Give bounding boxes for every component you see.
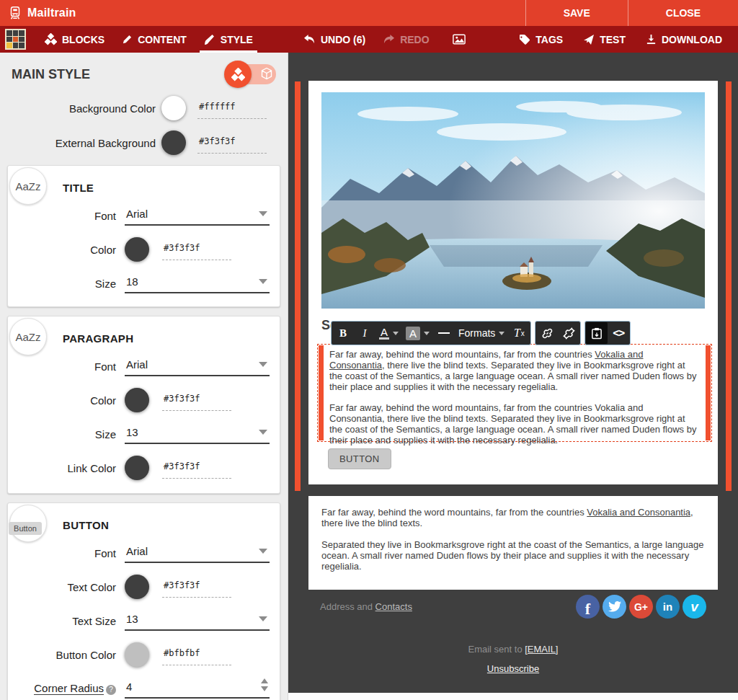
chevron-down-icon: [259, 211, 267, 216]
paste-button[interactable]: [586, 322, 608, 344]
close-button[interactable]: CLOSE: [628, 0, 738, 26]
tag-icon: [519, 34, 530, 45]
linkedin-icon[interactable]: in: [656, 595, 680, 619]
external-background-row: External Background #3f3f3f: [0, 130, 288, 155]
paragraph-badge: AaZz: [9, 318, 47, 355]
social-icons: f G+ in v: [576, 595, 706, 619]
tab-blocks[interactable]: BLOCKS: [36, 26, 113, 53]
cube-icon: [260, 67, 273, 83]
redo-label: REDO: [400, 34, 429, 45]
background-color-value[interactable]: #ffffff: [199, 102, 236, 112]
button-font-select[interactable]: Arial: [125, 543, 270, 563]
email-token-link[interactable]: [EMAIL]: [525, 644, 558, 655]
title-badge: AaZz: [9, 167, 47, 205]
paragraph-style-card: AaZz PARAGRAPH Font Arial Color #3f3f3f …: [7, 316, 280, 494]
paragraph-1[interactable]: Far far away, behind the word mountains,…: [321, 507, 705, 528]
link-button[interactable]: [536, 322, 558, 344]
background-color-row: Background Color #ffffff: [0, 96, 288, 120]
title-size-select[interactable]: 18: [125, 273, 270, 293]
button-color-label: Button Color: [18, 649, 125, 661]
tags-button[interactable]: TAGS: [509, 26, 573, 53]
button-text-color-swatch[interactable]: [125, 575, 149, 599]
unlink-button[interactable]: [558, 322, 579, 344]
undo-icon: [303, 34, 316, 45]
corner-radius-label[interactable]: Corner Radius?: [18, 682, 125, 694]
style-scope-toggle[interactable]: [224, 63, 276, 86]
email-button[interactable]: BUTTON: [328, 448, 391, 469]
unsubscribe-link[interactable]: Unsubscribe: [487, 663, 539, 674]
facebook-icon[interactable]: f: [576, 595, 600, 619]
button-text-size-select[interactable]: 13: [125, 611, 270, 631]
paragraph-link-color-swatch[interactable]: [125, 456, 149, 480]
paragraph-color-swatch[interactable]: [125, 388, 149, 412]
external-background-label: External Background: [0, 137, 161, 149]
formats-dropdown[interactable]: Formats: [455, 322, 508, 344]
text-editor-toolbar: B I A A Formats Tx: [331, 321, 631, 345]
horizontal-rule-button[interactable]: [433, 322, 455, 344]
undo-button[interactable]: UNDO (6): [295, 26, 374, 53]
preview-bottom-scroll-strip[interactable]: [288, 693, 738, 700]
source-code-button[interactable]: <>: [608, 322, 629, 344]
redo-button[interactable]: REDO: [374, 26, 437, 53]
background-color-swatch[interactable]: [161, 96, 186, 120]
clear-formatting-button[interactable]: Tx: [508, 322, 530, 344]
google-plus-icon[interactable]: G+: [629, 595, 653, 619]
button-color-swatch[interactable]: [125, 642, 149, 667]
mailtrain-brand[interactable]: Mailtrain: [0, 5, 76, 21]
download-icon: [646, 34, 657, 45]
paragraph-1[interactable]: Far far away, behind the word mountains,…: [329, 349, 700, 392]
pencil-icon: [122, 34, 133, 45]
undo-label: UNDO (6): [321, 34, 365, 45]
download-label: DOWNLOAD: [662, 34, 722, 45]
download-button[interactable]: DOWNLOAD: [636, 26, 732, 53]
test-label: TEST: [600, 34, 626, 45]
save-button[interactable]: SAVE: [525, 0, 628, 26]
paragraph-link-color-value[interactable]: #3f3f3f: [164, 461, 200, 471]
email-main-block[interactable]: Se B I A A Formats Tx: [308, 81, 718, 484]
corner-radius-input[interactable]: 4: [125, 678, 270, 699]
email-preview-area: Se B I A A Formats Tx: [288, 53, 738, 700]
background-color-label: Background Color: [0, 102, 161, 115]
title-color-swatch[interactable]: [125, 237, 149, 262]
email-text-block[interactable]: Far far away, behind the word mountains,…: [308, 496, 718, 590]
title-font-label: Font: [18, 210, 125, 222]
paragraph-link-color-label: Link Color: [18, 462, 125, 474]
paragraph-2[interactable]: Far far away, behind the word mountains,…: [329, 402, 700, 446]
text-link[interactable]: Vokalia and Consonantia: [587, 507, 690, 518]
mosaico-logo: [5, 29, 26, 50]
title-color-label: Color: [18, 244, 125, 256]
paragraph-color-label: Color: [18, 394, 125, 407]
test-button[interactable]: TEST: [573, 26, 636, 53]
background-color-button[interactable]: A: [402, 322, 433, 344]
button-text-color-value[interactable]: #3f3f3f: [164, 580, 200, 590]
title-color-value[interactable]: #3f3f3f: [164, 243, 200, 253]
chevron-down-icon: [499, 332, 504, 335]
text-color-button[interactable]: A: [375, 322, 402, 344]
corner-radius-spinner[interactable]: [261, 678, 268, 691]
tab-content[interactable]: CONTENT: [113, 26, 195, 53]
image-gallery-button[interactable]: [444, 26, 474, 53]
vimeo-icon[interactable]: v: [683, 595, 706, 619]
button-text-color-label: Text Color: [18, 581, 125, 593]
external-background-swatch[interactable]: [161, 130, 186, 155]
editable-text-block[interactable]: Far far away, behind the word mountains,…: [317, 344, 712, 442]
title-font-select[interactable]: Arial: [125, 205, 270, 226]
hero-image[interactable]: [321, 92, 705, 309]
help-icon[interactable]: ?: [106, 685, 116, 695]
button-color-value[interactable]: #bfbfbf: [164, 648, 200, 658]
paragraph-color-value[interactable]: #3f3f3f: [164, 394, 200, 404]
bold-button[interactable]: B: [332, 322, 354, 344]
external-background-value[interactable]: #3f3f3f: [199, 136, 236, 146]
contacts-link[interactable]: Contacts: [375, 601, 412, 612]
paragraph-2[interactable]: Separated they live in Bookmarksgrove ri…: [321, 539, 705, 572]
paragraph-size-label: Size: [18, 428, 125, 440]
title-card-heading: TITLE: [63, 182, 270, 194]
blocks-style-toggle[interactable]: [224, 61, 252, 88]
paragraph-size-select[interactable]: 13: [125, 424, 270, 444]
paragraph-font-select[interactable]: Arial: [125, 356, 270, 376]
twitter-icon[interactable]: [603, 595, 626, 619]
paragraph-card-heading: PARAGRAPH: [63, 332, 270, 345]
italic-button[interactable]: I: [354, 322, 375, 344]
tab-style[interactable]: STYLE: [195, 26, 262, 53]
chevron-down-icon: [393, 332, 399, 335]
